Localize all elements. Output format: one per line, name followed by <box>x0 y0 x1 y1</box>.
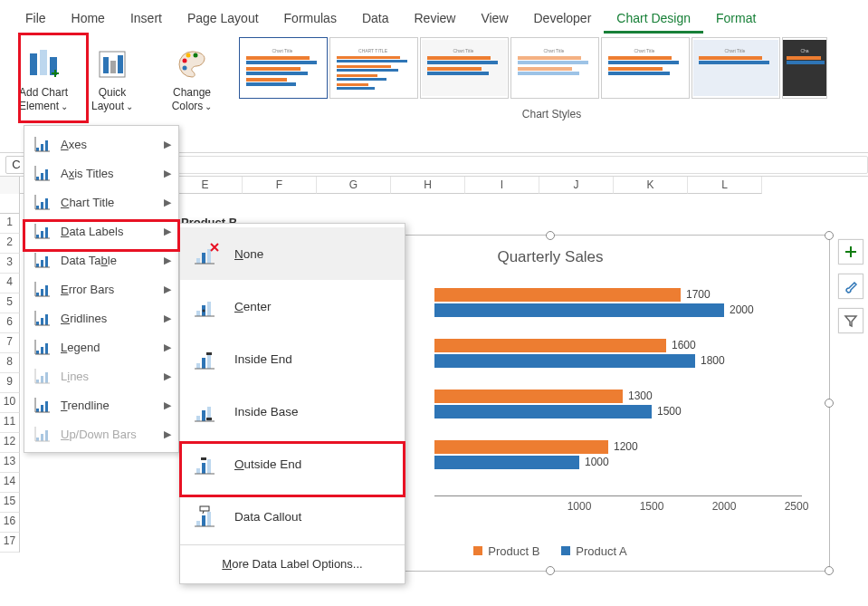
tab-view[interactable]: View <box>468 5 520 34</box>
row-header-11[interactable]: 11 <box>0 413 20 433</box>
row-header-13[interactable]: 13 <box>0 453 20 473</box>
svg-rect-31 <box>427 67 482 71</box>
col-header-L[interactable]: L <box>688 177 762 194</box>
tab-file[interactable]: File <box>13 5 59 34</box>
bar-productA-Q3[interactable] <box>434 354 695 368</box>
col-header-I[interactable]: I <box>465 177 539 194</box>
svg-rect-91 <box>36 380 39 383</box>
menu-item-gridlines[interactable]: Gridlines▶ <box>24 303 178 332</box>
row-header-6[interactable]: 6 <box>0 313 20 333</box>
menu-item-data-table[interactable]: Data Table▶ <box>24 245 178 274</box>
resize-handle-s[interactable] <box>546 566 555 575</box>
chart-style-6[interactable]: Chart Title <box>692 37 780 99</box>
submenu-item-inside-base[interactable]: Inside Base <box>180 385 405 438</box>
tab-home[interactable]: Home <box>59 5 118 34</box>
submenu-item-data-callout[interactable]: Data Callout <box>180 490 405 543</box>
row-header-8[interactable]: 8 <box>0 353 20 373</box>
menu-item-legend[interactable]: Legend▶ <box>24 332 178 361</box>
bar-productB-Q2[interactable] <box>434 390 623 403</box>
chart-style-3[interactable]: Chart Title <box>420 37 509 99</box>
row-header-16[interactable]: 16 <box>0 513 20 533</box>
row-header-14[interactable]: 14 <box>0 473 20 493</box>
col-header-G[interactable]: G <box>317 177 391 194</box>
tab-chart-design[interactable]: Chart Design <box>604 5 703 34</box>
col-header-K[interactable]: K <box>614 177 688 194</box>
add-chart-element-button[interactable]: Add Chart Element⌄ <box>9 41 78 128</box>
svg-rect-24 <box>337 78 386 81</box>
svg-rect-71 <box>36 264 39 267</box>
menu-item-chart-title[interactable]: Chart Title▶ <box>24 188 178 216</box>
row-header-3[interactable]: 3 <box>0 254 20 274</box>
submenu-more-options[interactable]: More Data Label Options... <box>180 547 405 580</box>
svg-rect-117 <box>207 354 211 369</box>
svg-rect-130 <box>196 521 200 526</box>
tab-insert[interactable]: Insert <box>118 5 175 34</box>
bar-productA-Q1[interactable] <box>434 456 579 469</box>
bar-productB-Q1[interactable] <box>434 440 608 454</box>
submenu-item-inside-end[interactable]: Inside End <box>180 332 405 385</box>
menu-item-data-labels[interactable]: Data Labels▶ <box>24 216 178 245</box>
row-header-12[interactable]: 12 <box>0 433 20 453</box>
tab-page-layout[interactable]: Page Layout <box>175 5 272 34</box>
row-header-9[interactable]: 9 <box>0 373 20 393</box>
col-header-H[interactable]: H <box>391 177 465 194</box>
tab-format[interactable]: Format <box>703 5 768 34</box>
tab-developer[interactable]: Developer <box>521 5 605 34</box>
menu-item-trendline[interactable]: Trendline▶ <box>24 390 178 419</box>
menu-item-error-bars[interactable]: Error Bars▶ <box>24 274 178 303</box>
svg-rect-22 <box>337 69 398 72</box>
datalabel-productA-Q2[interactable]: 1500 <box>657 405 682 418</box>
row-header-15[interactable]: 15 <box>0 493 20 513</box>
datalabel-productB-Q2[interactable]: 1300 <box>628 390 653 402</box>
chart-style-4[interactable]: Chart Title <box>510 37 599 99</box>
bar-productB-Q4[interactable] <box>434 288 681 302</box>
chart-elements-plus-button[interactable] <box>838 239 863 265</box>
chart-style-2[interactable]: CHART TITLE <box>329 37 418 99</box>
legend-entry-a[interactable]: Product A <box>561 544 626 558</box>
row-header-1[interactable]: 1 <box>0 214 20 234</box>
datalabel-productA-Q1[interactable]: 1000 <box>585 456 609 468</box>
datalabel-productB-Q3[interactable]: 1600 <box>672 339 696 351</box>
tab-data[interactable]: Data <box>349 5 402 34</box>
chart-styles-brush-button[interactable] <box>838 274 863 299</box>
row-header-5[interactable]: 5 <box>0 293 20 313</box>
menu-label-legend: Legend <box>61 341 100 354</box>
row-header-7[interactable]: 7 <box>0 333 20 353</box>
menu-item-axis-titles[interactable]: Axis Titles▶ <box>24 159 178 188</box>
bar-productA-Q4[interactable] <box>434 303 724 317</box>
resize-handle-se[interactable] <box>825 566 834 575</box>
tab-formulas[interactable]: Formulas <box>272 5 349 34</box>
col-header-F[interactable]: F <box>243 177 317 194</box>
xtick-1000: 1000 <box>568 500 592 513</box>
chart-style-1[interactable]: Chart Title <box>239 37 328 99</box>
datalabel-productB-Q1[interactable]: 1200 <box>614 440 638 453</box>
chart-filter-funnel-button[interactable] <box>838 308 863 333</box>
resize-handle-ne[interactable] <box>825 231 834 240</box>
row-header-17[interactable]: 17 <box>0 533 20 553</box>
datalabel-productA-Q3[interactable]: 1800 <box>701 354 725 367</box>
bar-productA-Q2[interactable] <box>434 405 652 418</box>
col-header-E[interactable]: E <box>168 177 243 194</box>
svg-rect-26 <box>337 87 375 90</box>
change-colors-button[interactable]: Change Colors⌄ <box>157 41 226 128</box>
legend-entry-b[interactable]: Product B <box>473 544 539 558</box>
svg-rect-125 <box>196 468 200 474</box>
submenu-item-none[interactable]: None <box>180 227 405 280</box>
quick-layout-button[interactable]: Quick Layout⌄ <box>78 41 147 128</box>
resize-handle-n[interactable] <box>546 231 555 240</box>
formula-input[interactable] <box>100 156 868 174</box>
row-header-4[interactable]: 4 <box>0 274 20 293</box>
menu-item-axes[interactable]: Axes▶ <box>24 130 178 159</box>
tab-review[interactable]: Review <box>402 5 469 34</box>
datalabel-productB-Q4[interactable]: 1700 <box>686 288 711 301</box>
col-header-J[interactable]: J <box>539 177 614 194</box>
row-header-2[interactable]: 2 <box>0 234 20 254</box>
chart-style-5[interactable]: Chart Title <box>601 37 690 99</box>
chart-style-7[interactable]: Cha <box>782 37 827 99</box>
bar-productB-Q3[interactable] <box>434 339 666 352</box>
submenu-item-outside-end[interactable]: Outside End <box>180 438 405 490</box>
submenu-item-center[interactable]: Center <box>180 280 405 332</box>
datalabel-productA-Q4[interactable]: 2000 <box>730 303 754 316</box>
svg-text:Chart Title: Chart Title <box>544 48 565 53</box>
row-header-10[interactable]: 10 <box>0 393 20 413</box>
